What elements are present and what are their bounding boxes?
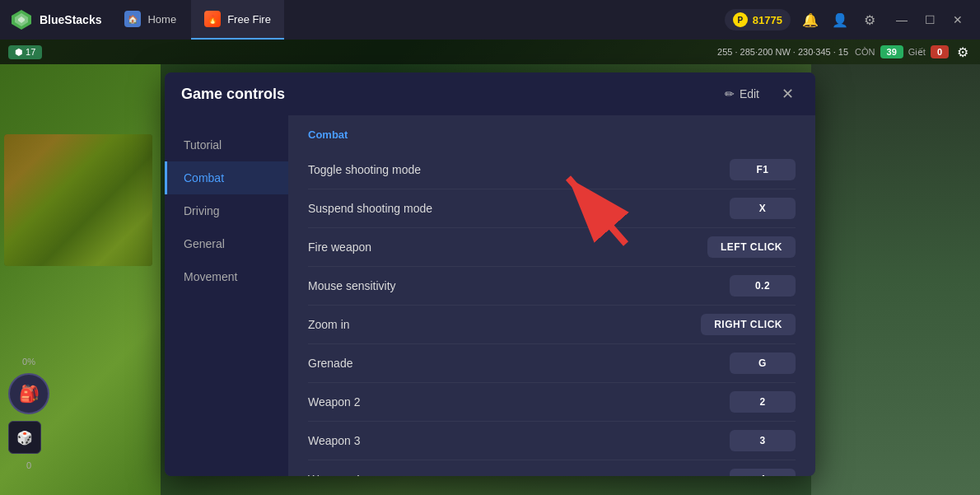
topbar-right: P 81775 🔔 👤 ⚙ — ☐ ✕ (725, 7, 980, 32)
control-grenade-label: Grenade (308, 357, 352, 370)
game-controls-modal: Game controls ✏ Edit ✕ Tutorial Combat (165, 72, 815, 476)
minimize-button[interactable]: — (889, 7, 914, 32)
kill-count-badge: 0 (931, 45, 949, 58)
edit-button[interactable]: ✏ Edit (718, 84, 766, 104)
notification-icon[interactable]: 🔔 (800, 10, 820, 30)
control-fire-weapon-key[interactable]: LEFT CLICK (707, 236, 796, 258)
home-tab-label: Home (147, 13, 176, 26)
hud-coordinates: 255 · 285·200 NW · 230·345 · 15 (717, 47, 848, 57)
control-weapon2-key[interactable]: 2 (730, 391, 796, 413)
con-label: CÒN (855, 47, 875, 57)
coins-value: 81775 (753, 14, 782, 26)
tab-home[interactable]: 🏠 Home (111, 0, 189, 40)
control-weapon3-label: Weapon 3 (308, 434, 361, 447)
modal-title: Game controls (181, 86, 285, 103)
control-row-fire-weapon: Fire weapon LEFT CLICK (308, 228, 796, 267)
modal-sidebar: Tutorial Combat Driving General Movement (165, 115, 288, 476)
modal-body: Tutorial Combat Driving General Movement… (165, 115, 815, 476)
control-weapon4-label: Weapon 4 (308, 473, 361, 476)
coin-icon: P (733, 12, 748, 27)
sidebar-item-general[interactable]: General (165, 227, 288, 260)
modal-close-button[interactable]: ✕ (776, 82, 799, 105)
giet-label: Giết (908, 47, 926, 58)
modal-content: Combat Toggle shooting mode F1 Suspend s… (288, 115, 815, 476)
profile-icon[interactable]: 👤 (830, 10, 850, 30)
app-name: BlueStacks (40, 13, 101, 26)
sidebar-item-combat[interactable]: Combat (165, 161, 288, 194)
edit-label: Edit (740, 87, 759, 100)
control-weapon2-label: Weapon 2 (308, 395, 361, 409)
control-row-weapon2: Weapon 2 2 (308, 383, 796, 422)
control-toggle-shooting-key[interactable]: F1 (730, 159, 796, 180)
control-row-weapon3: Weapon 3 3 (308, 422, 796, 460)
control-row-suspend-shooting: Suspend shooting mode X (308, 189, 796, 228)
control-grenade-key[interactable]: G (730, 353, 796, 374)
modal-header: Game controls ✏ Edit ✕ (165, 72, 815, 115)
home-tab-icon: 🏠 (124, 11, 141, 27)
control-weapon4-key[interactable]: 4 (730, 469, 796, 476)
pencil-icon: ✏ (725, 87, 735, 100)
control-suspend-shooting-key[interactable]: X (730, 198, 796, 219)
control-row-toggle-shooting: Toggle shooting mode F1 (308, 151, 796, 189)
maximize-button[interactable]: ☐ (917, 7, 942, 32)
sidebar-item-tutorial[interactable]: Tutorial (165, 128, 288, 161)
control-fire-weapon-label: Fire weapon (308, 240, 371, 254)
control-mouse-sensitivity-label: Mouse sensitivity (308, 279, 396, 292)
close-button[interactable]: ✕ (945, 7, 970, 32)
control-row-mouse-sensitivity: Mouse sensitivity 0.2 (308, 267, 796, 306)
game-hud-bar: ⬢ 17 255 · 285·200 NW · 230·345 · 15 CÒN… (0, 40, 980, 64)
sidebar-item-driving[interactable]: Driving (165, 194, 288, 227)
control-suspend-shooting-label: Suspend shooting mode (308, 202, 432, 215)
window-controls: — ☐ ✕ (889, 7, 970, 32)
sidebar-item-movement[interactable]: Movement (165, 260, 288, 293)
modal-overlay: Game controls ✏ Edit ✕ Tutorial Combat (0, 64, 980, 495)
coins-display: P 81775 (725, 9, 791, 30)
control-weapon3-key[interactable]: 3 (730, 430, 796, 451)
control-row-grenade: Grenade G (308, 344, 796, 383)
player-count-badge: 39 (880, 45, 903, 58)
hud-settings-icon[interactable]: ⚙ (954, 43, 972, 61)
free-fire-tab-icon: 🔥 (204, 11, 221, 27)
control-mouse-sensitivity-key[interactable]: 0.2 (730, 275, 796, 297)
app-logo-area: BlueStacks (0, 8, 111, 31)
hud-status-right: CÒN 39 Giết 0 ⚙ (855, 43, 972, 61)
hud-player-indicator: ⬢ 17 (8, 45, 42, 59)
control-toggle-shooting-label: Toggle shooting mode (308, 163, 421, 176)
tab-bar: 🏠 Home 🔥 Free Fire (111, 0, 283, 40)
bluestacks-logo-icon (10, 8, 33, 31)
settings-icon[interactable]: ⚙ (860, 10, 880, 30)
control-zoom-in-key[interactable]: RIGHT CLICK (701, 314, 796, 335)
control-row-zoom-in: Zoom in RIGHT CLICK (308, 306, 796, 344)
control-zoom-in-label: Zoom in (308, 318, 350, 331)
control-row-weapon4: Weapon 4 4 (308, 460, 796, 476)
topbar: BlueStacks 🏠 Home 🔥 Free Fire P 81775 🔔 … (0, 0, 980, 40)
tab-free-fire[interactable]: 🔥 Free Fire (191, 0, 284, 40)
modal-header-actions: ✏ Edit ✕ (718, 82, 799, 105)
free-fire-tab-label: Free Fire (227, 13, 271, 26)
section-title: Combat (308, 128, 796, 141)
